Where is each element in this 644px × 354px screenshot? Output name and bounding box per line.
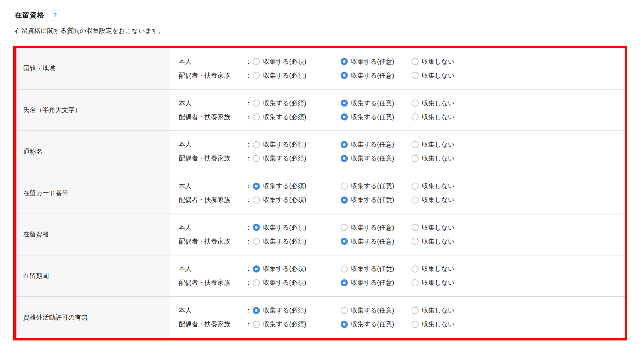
radio-option-label[interactable]: 収集する(必須) bbox=[263, 154, 306, 163]
radio-optional-selected[interactable] bbox=[341, 321, 348, 328]
radio-option-none[interactable]: 収集しない bbox=[412, 306, 454, 315]
radio-option-label[interactable]: 収集しない bbox=[422, 113, 454, 121]
radio-optional[interactable] bbox=[341, 265, 348, 273]
radio-required-selected[interactable] bbox=[253, 183, 260, 190]
radio-required-selected[interactable] bbox=[253, 224, 260, 231]
radio-option-label[interactable]: 収集する(任意) bbox=[351, 306, 394, 315]
radio-option-none[interactable]: 収集しない bbox=[412, 71, 454, 80]
radio-option-label[interactable]: 収集する(必須) bbox=[263, 306, 306, 315]
radio-option-none[interactable]: 収集しない bbox=[412, 278, 454, 287]
radio-option-label[interactable]: 収集する(必須) bbox=[263, 182, 306, 190]
radio-option-required[interactable]: 収集する(必須) bbox=[253, 196, 341, 204]
radio-optional[interactable] bbox=[341, 183, 348, 190]
radio-option-label[interactable]: 収集しない bbox=[422, 223, 454, 232]
radio-required[interactable] bbox=[253, 100, 260, 107]
radio-option-required[interactable]: 収集する(必須) bbox=[253, 278, 341, 287]
radio-option-required[interactable]: 収集する(必須) bbox=[253, 306, 341, 315]
radio-optional-selected[interactable] bbox=[341, 238, 348, 245]
radio-optional-selected[interactable] bbox=[341, 196, 348, 204]
radio-option-label[interactable]: 収集する(任意) bbox=[351, 320, 394, 329]
radio-optional-selected[interactable] bbox=[341, 58, 348, 65]
radio-none[interactable] bbox=[412, 265, 419, 273]
radio-option-none[interactable]: 収集しない bbox=[412, 154, 454, 163]
radio-required[interactable] bbox=[253, 113, 260, 120]
radio-option-required[interactable]: 収集する(必須) bbox=[253, 223, 341, 232]
radio-option-label[interactable]: 収集しない bbox=[422, 320, 454, 329]
radio-option-label[interactable]: 収集しない bbox=[422, 154, 454, 163]
radio-required[interactable] bbox=[253, 155, 260, 162]
radio-option-label[interactable]: 収集する(任意) bbox=[351, 113, 394, 121]
radio-option-label[interactable]: 収集する(必須) bbox=[263, 57, 306, 66]
radio-option-label[interactable]: 収集しない bbox=[422, 196, 454, 204]
radio-option-optional[interactable]: 収集する(任意) bbox=[341, 99, 412, 108]
radio-option-optional[interactable]: 収集する(任意) bbox=[341, 71, 412, 80]
radio-option-required[interactable]: 収集する(必須) bbox=[253, 320, 341, 329]
radio-option-none[interactable]: 収集しない bbox=[412, 140, 454, 149]
help-icon[interactable]: ? bbox=[50, 10, 60, 20]
radio-optional-selected[interactable] bbox=[341, 72, 348, 79]
radio-option-optional[interactable]: 収集する(任意) bbox=[341, 306, 412, 315]
radio-required[interactable] bbox=[253, 238, 260, 245]
radio-option-required[interactable]: 収集する(必須) bbox=[253, 264, 341, 273]
radio-none[interactable] bbox=[412, 321, 419, 328]
radio-option-label[interactable]: 収集しない bbox=[422, 237, 454, 246]
radio-none[interactable] bbox=[412, 279, 419, 286]
radio-option-required[interactable]: 収集する(必須) bbox=[253, 99, 341, 108]
radio-none[interactable] bbox=[412, 155, 419, 162]
radio-none[interactable] bbox=[412, 238, 419, 245]
radio-option-label[interactable]: 収集する(必須) bbox=[263, 113, 306, 121]
radio-required[interactable] bbox=[253, 196, 260, 204]
radio-option-label[interactable]: 収集する(必須) bbox=[263, 196, 306, 204]
radio-option-none[interactable]: 収集しない bbox=[412, 113, 454, 121]
radio-option-optional[interactable]: 収集する(任意) bbox=[341, 154, 412, 163]
radio-optional[interactable] bbox=[341, 307, 348, 314]
radio-option-label[interactable]: 収集する(任意) bbox=[351, 154, 394, 163]
radio-option-label[interactable]: 収集する(必須) bbox=[263, 140, 306, 149]
radio-option-label[interactable]: 収集する(任意) bbox=[351, 182, 394, 190]
radio-option-none[interactable]: 収集しない bbox=[412, 320, 454, 329]
radio-option-label[interactable]: 収集しない bbox=[422, 278, 454, 287]
radio-none[interactable] bbox=[412, 100, 419, 107]
radio-option-required[interactable]: 収集する(必須) bbox=[253, 182, 341, 190]
radio-option-label[interactable]: 収集する(必須) bbox=[263, 237, 306, 246]
radio-option-required[interactable]: 収集する(必須) bbox=[253, 57, 341, 66]
radio-option-none[interactable]: 収集しない bbox=[412, 57, 454, 66]
radio-option-optional[interactable]: 収集する(任意) bbox=[341, 223, 412, 232]
radio-none[interactable] bbox=[412, 183, 419, 190]
radio-required[interactable] bbox=[253, 279, 260, 286]
radio-option-optional[interactable]: 収集する(任意) bbox=[341, 320, 412, 329]
radio-none[interactable] bbox=[412, 58, 419, 65]
radio-optional-selected[interactable] bbox=[341, 155, 348, 162]
radio-option-label[interactable]: 収集する(任意) bbox=[351, 196, 394, 204]
radio-option-none[interactable]: 収集しない bbox=[412, 264, 454, 273]
radio-option-label[interactable]: 収集しない bbox=[422, 140, 454, 149]
radio-none[interactable] bbox=[412, 141, 419, 148]
radio-option-label[interactable]: 収集する(任意) bbox=[351, 99, 394, 108]
radio-optional-selected[interactable] bbox=[341, 100, 348, 107]
radio-option-label[interactable]: 収集する(任意) bbox=[351, 223, 394, 232]
radio-option-required[interactable]: 収集する(必須) bbox=[253, 140, 341, 149]
radio-option-label[interactable]: 収集する(必須) bbox=[263, 264, 306, 273]
radio-option-none[interactable]: 収集しない bbox=[412, 237, 454, 246]
radio-required-selected[interactable] bbox=[253, 265, 260, 273]
radio-none[interactable] bbox=[412, 307, 419, 314]
radio-option-label[interactable]: 収集する(任意) bbox=[351, 140, 394, 149]
radio-option-optional[interactable]: 収集する(任意) bbox=[341, 57, 412, 66]
radio-option-optional[interactable]: 収集する(任意) bbox=[341, 113, 412, 121]
radio-option-label[interactable]: 収集する(任意) bbox=[351, 57, 394, 66]
radio-option-label[interactable]: 収集しない bbox=[422, 306, 454, 315]
radio-option-required[interactable]: 収集する(必須) bbox=[253, 237, 341, 246]
radio-none[interactable] bbox=[412, 196, 419, 204]
radio-option-label[interactable]: 収集しない bbox=[422, 71, 454, 80]
radio-required[interactable] bbox=[253, 321, 260, 328]
radio-option-none[interactable]: 収集しない bbox=[412, 99, 454, 108]
radio-option-label[interactable]: 収集しない bbox=[422, 57, 454, 66]
radio-option-none[interactable]: 収集しない bbox=[412, 223, 454, 232]
radio-option-required[interactable]: 収集する(必須) bbox=[253, 71, 341, 80]
radio-required[interactable] bbox=[253, 72, 260, 79]
radio-none[interactable] bbox=[412, 72, 419, 79]
radio-option-optional[interactable]: 収集する(任意) bbox=[341, 264, 412, 273]
radio-optional-selected[interactable] bbox=[341, 141, 348, 148]
radio-required-selected[interactable] bbox=[253, 307, 260, 314]
radio-option-optional[interactable]: 収集する(任意) bbox=[341, 196, 412, 204]
